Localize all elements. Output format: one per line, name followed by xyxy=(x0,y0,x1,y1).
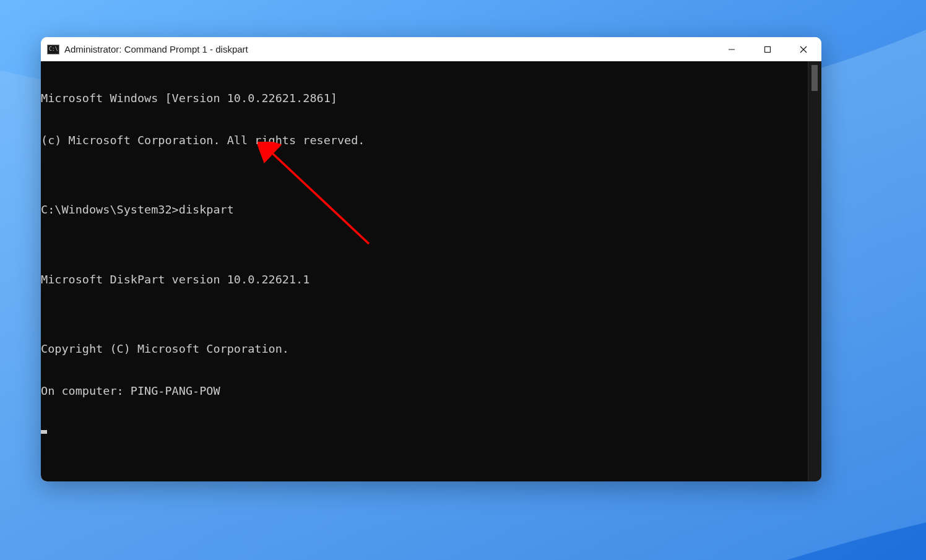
cmd-window: C:\ Administrator: Command Prompt 1 - di… xyxy=(41,37,821,481)
minimize-button[interactable] xyxy=(714,37,750,62)
terminal-content[interactable]: Microsoft Windows [Version 10.0.22621.28… xyxy=(41,61,808,481)
terminal-line: Microsoft DiskPart version 10.0.22621.1 xyxy=(41,273,808,287)
svg-rect-2 xyxy=(765,47,771,53)
terminal-cursor-line xyxy=(41,426,808,440)
terminal-line: Copyright (C) Microsoft Corporation. xyxy=(41,342,808,356)
terminal-line: (c) Microsoft Corporation. All rights re… xyxy=(41,134,808,148)
cursor xyxy=(41,430,47,434)
minimize-icon xyxy=(728,46,735,53)
terminal-line: Microsoft Windows [Version 10.0.22621.28… xyxy=(41,92,808,106)
terminal-line: C:\Windows\System32>diskpart xyxy=(41,203,808,217)
cmd-icon: C:\ xyxy=(47,45,59,54)
annotation-arrow xyxy=(257,142,381,253)
terminal-line: On computer: PING-PANG-POW xyxy=(41,384,808,398)
close-icon xyxy=(800,46,807,53)
maximize-icon xyxy=(764,46,771,53)
close-button[interactable] xyxy=(785,37,821,62)
titlebar[interactable]: C:\ Administrator: Command Prompt 1 - di… xyxy=(41,37,821,61)
scrollbar-track[interactable] xyxy=(808,61,821,481)
maximize-button[interactable] xyxy=(750,37,785,62)
svg-line-5 xyxy=(270,151,369,244)
terminal-area[interactable]: Microsoft Windows [Version 10.0.22621.28… xyxy=(41,61,821,481)
scrollbar-thumb[interactable] xyxy=(811,65,818,91)
window-title: Administrator: Command Prompt 1 - diskpa… xyxy=(64,44,248,54)
window-controls xyxy=(714,37,821,62)
